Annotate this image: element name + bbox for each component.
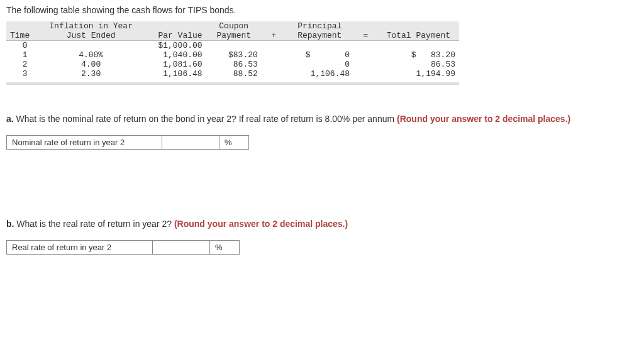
- hdr-principal-bot: Repayment: [286, 31, 354, 41]
- answer-b-input[interactable]: [153, 241, 209, 254]
- hdr-total: Total Payment: [378, 31, 459, 41]
- question-b-part: b.: [6, 219, 14, 229]
- cashflow-table-wrap: Inflation in Year Coupon Principal Time …: [6, 21, 459, 85]
- intro-text: The following table showing the cash flo…: [6, 5, 638, 15]
- hdr-inflation-bot: Just Ended: [43, 31, 138, 41]
- question-b-hint: (Round your answer to 2 decimal places.): [174, 219, 348, 229]
- cashflow-table: Inflation in Year Coupon Principal Time …: [6, 21, 459, 79]
- table-row: 3 2.30 1,106.48 88.52 1,106.48 1,194.99: [6, 69, 459, 79]
- question-b: b. What is the real rate of return in ye…: [6, 219, 638, 229]
- question-a-hint: (Round your answer to 2 decimal places.): [397, 114, 570, 124]
- hdr-coupon-bot: Payment: [206, 31, 262, 41]
- hdr-par: Par Value: [138, 31, 206, 41]
- hdr-eq: =: [353, 31, 378, 41]
- table-row: 2 4.00 1,081.60 86.53 0 86.53: [6, 60, 459, 69]
- question-a-part: a.: [6, 114, 14, 124]
- table-row: 0 $1,000.00: [6, 41, 459, 51]
- answer-a-unit: %: [219, 136, 249, 150]
- answer-a-box: Nominal rate of return in year 2 %: [6, 135, 249, 150]
- answer-a-label: Nominal rate of return in year 2: [7, 136, 162, 150]
- hdr-principal-top: Principal: [286, 21, 354, 31]
- answer-b-label: Real rate of return in year 2: [7, 241, 153, 255]
- answer-a-input[interactable]: [162, 136, 219, 149]
- question-a: a. What is the nominal rate of return on…: [6, 114, 638, 124]
- question-b-text: What is the real rate of return in year …: [14, 219, 174, 229]
- hdr-time: Time: [6, 31, 43, 41]
- hdr-plus: +: [262, 31, 286, 41]
- hdr-coupon-top: Coupon: [206, 21, 262, 31]
- hdr-inflation-top: Inflation in Year: [43, 21, 138, 31]
- question-a-text: What is the nominal rate of return on th…: [14, 114, 397, 124]
- table-row: 1 4.00% 1,040.00 $83.20 $ 0 $ 83.20: [6, 50, 459, 60]
- answer-b-unit: %: [210, 241, 240, 255]
- answer-b-box: Real rate of return in year 2 %: [6, 240, 240, 255]
